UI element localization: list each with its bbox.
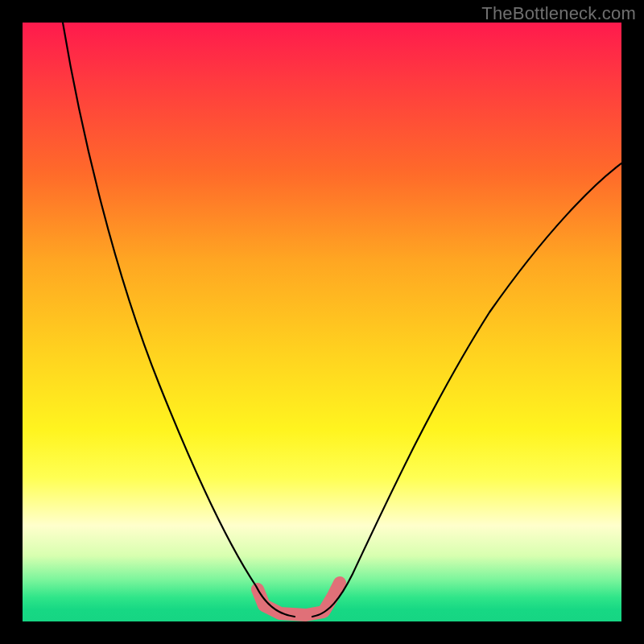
curve-right [312,163,621,617]
frame: TheBottleneck.com [0,0,644,644]
curve-left [63,23,295,617]
plot-area [23,23,621,621]
chart-svg [23,23,621,621]
watermark-text: TheBottleneck.com [481,3,636,24]
